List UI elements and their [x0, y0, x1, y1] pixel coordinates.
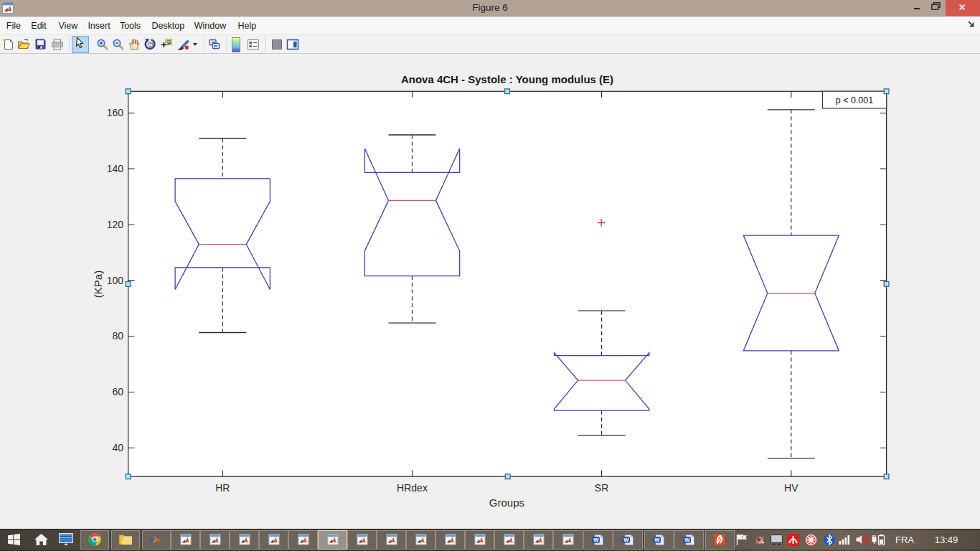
svg-text:p < 0.001: p < 0.001 [836, 95, 874, 105]
svg-text:140: 140 [107, 163, 124, 174]
svg-text:Anova 4CH - Systole : Young mo: Anova 4CH - Systole : Young modulus (E) [401, 73, 613, 85]
svg-text:120: 120 [107, 219, 124, 230]
svg-text:HR: HR [215, 482, 230, 494]
svg-text:SR: SR [595, 482, 608, 494]
svg-text:60: 60 [112, 386, 123, 397]
svg-text:80: 80 [112, 330, 123, 342]
svg-text:W: W [593, 537, 599, 543]
svg-text:W: W [654, 537, 660, 543]
svg-text:40: 40 [112, 442, 123, 453]
svg-text:Groups: Groups [489, 496, 524, 509]
svg-text:W: W [623, 537, 629, 543]
svg-text:(KPa): (KPa) [92, 270, 104, 298]
svg-text:100: 100 [107, 275, 124, 286]
svg-text:HRdex: HRdex [397, 482, 428, 494]
svg-text:HV: HV [784, 482, 798, 494]
svg-text:W: W [684, 537, 690, 543]
svg-text:160: 160 [107, 107, 124, 118]
